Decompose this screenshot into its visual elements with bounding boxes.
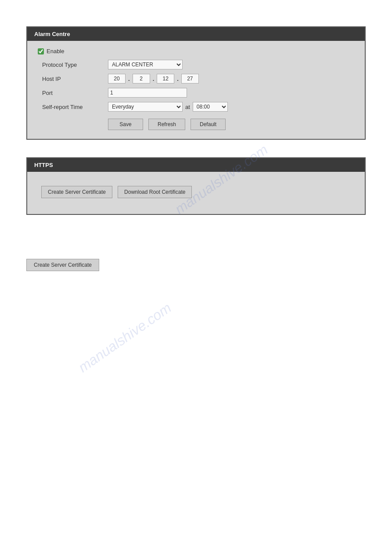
- alarm-centre-title: Alarm Centre: [34, 31, 70, 37]
- port-input[interactable]: [108, 88, 187, 98]
- alarm-centre-panel: Alarm Centre Enable Protocol Type ALARM …: [26, 26, 366, 140]
- enable-label: Enable: [47, 48, 64, 54]
- protocol-type-row: Protocol Type ALARM CENTER: [38, 60, 354, 69]
- host-ip-row: Host IP . . .: [38, 74, 354, 83]
- protocol-type-label: Protocol Type: [38, 62, 108, 68]
- download-root-certificate-button[interactable]: Download Root Certificate: [118, 186, 192, 198]
- refresh-button[interactable]: Refresh: [148, 119, 185, 130]
- alarm-button-row: Save Refresh Default: [38, 119, 354, 130]
- enable-row: Enable: [38, 48, 354, 54]
- port-row: Port: [38, 88, 354, 98]
- host-ip-input-group: . . .: [108, 74, 199, 83]
- alarm-centre-body: Enable Protocol Type ALARM CENTER Host I…: [27, 41, 365, 139]
- ip-dot-2: .: [152, 76, 155, 82]
- standalone-button-row: Create Server Certificate: [0, 250, 392, 280]
- default-button[interactable]: Default: [191, 119, 226, 130]
- https-button-row: Create Server Certificate Download Root …: [38, 179, 354, 205]
- watermark-2: manualshive.com: [76, 300, 174, 376]
- alarm-centre-header: Alarm Centre: [27, 27, 365, 41]
- self-report-row: Self-report Time Everyday at 08:00: [38, 102, 354, 112]
- protocol-type-select[interactable]: ALARM CENTER: [108, 60, 183, 69]
- standalone-create-server-certificate-button[interactable]: Create Server Certificate: [26, 259, 99, 271]
- ip-dot-3: .: [176, 76, 180, 82]
- create-server-certificate-button[interactable]: Create Server Certificate: [41, 186, 112, 198]
- ip-octet-1[interactable]: [108, 74, 126, 83]
- ip-octet-3[interactable]: [157, 74, 174, 83]
- save-button[interactable]: Save: [108, 119, 143, 130]
- port-label: Port: [38, 90, 108, 96]
- self-report-select[interactable]: Everyday: [108, 102, 183, 112]
- time-select[interactable]: 08:00: [193, 102, 228, 112]
- at-label: at: [185, 104, 190, 110]
- enable-checkbox[interactable]: [38, 48, 44, 54]
- https-body: Create Server Certificate Download Root …: [27, 172, 365, 214]
- https-panel: HTTPS Create Server Certificate Download…: [26, 157, 366, 215]
- self-report-label: Self-report Time: [38, 104, 108, 110]
- ip-octet-4[interactable]: [181, 74, 199, 83]
- https-title: HTTPS: [34, 162, 53, 168]
- ip-octet-2[interactable]: [133, 74, 150, 83]
- https-header: HTTPS: [27, 158, 365, 172]
- host-ip-label: Host IP: [38, 76, 108, 82]
- ip-dot-1: .: [127, 76, 131, 82]
